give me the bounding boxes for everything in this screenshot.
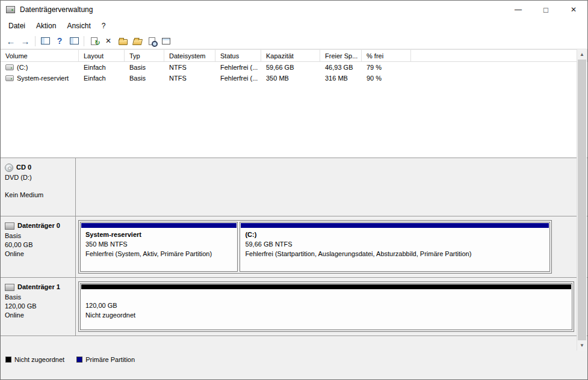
properties-icon[interactable] (116, 34, 130, 48)
disk-management-window: Datenträgerverwaltung — □ ✕ Datei Aktion… (0, 0, 588, 380)
graphical-view: CD 0 DVD (D:) Kein Medium Datenträger 0 … (1, 158, 587, 353)
window-controls: — □ ✕ (504, 1, 587, 19)
column-header-prozent-frei[interactable]: % frei (362, 50, 411, 61)
disk-1-partition-area: 120,00 GB Nicht zugeordnet (76, 278, 587, 336)
status-strip (1, 366, 587, 379)
cd-drive-row: CD 0 DVD (D:) Kein Medium (1, 158, 587, 216)
column-header-filler (411, 50, 587, 61)
disk-1-type: Basis (5, 293, 72, 302)
drive-icon (5, 75, 14, 81)
toolbar-separator (35, 36, 36, 46)
window-title: Datenträgerverwaltung (20, 5, 93, 14)
legend-primary-partition: Primäre Partition (76, 356, 135, 363)
disk-1-strip: 120,00 GB Nicht zugeordnet (78, 281, 574, 332)
partition-color-bar (241, 223, 549, 228)
partition-unallocated[interactable]: 120,00 GB Nicht zugeordnet (80, 283, 572, 330)
legend-swatch-primary (76, 357, 82, 363)
partition-label (85, 291, 567, 301)
partition-size: 59,66 GB NTFS (245, 239, 545, 249)
partition-status: Nicht zugeordnet (85, 310, 567, 320)
help-icon[interactable]: ? (52, 34, 67, 48)
partition-status: Fehlerfrei (System, Aktiv, Primäre Parti… (85, 249, 232, 259)
partition-label: System-reserviert (85, 230, 232, 239)
column-header-kapazitaet[interactable]: Kapazität (261, 50, 320, 61)
partition-c[interactable]: (C:) 59,66 GB NTFS Fehlerfrei (Startpart… (240, 222, 550, 272)
partition-size: 350 MB NTFS (85, 239, 232, 249)
graphical-view-filler (1, 336, 587, 353)
drive-icon (5, 64, 14, 70)
volume-row-system-reserviert[interactable]: System-reserviert Einfach Basis NTFS Feh… (1, 73, 587, 84)
legend-swatch-unallocated (5, 357, 11, 363)
volume-table-header: Volume Layout Typ Dateisystem Status Kap… (1, 50, 587, 62)
minimize-button[interactable]: — (504, 1, 532, 19)
cd-icon (5, 164, 13, 172)
column-header-layout[interactable]: Layout (79, 50, 125, 61)
menu-hilfe[interactable]: ? (96, 20, 111, 32)
cd-drive-type: DVD (D:) (5, 173, 72, 182)
close-button[interactable]: ✕ (560, 1, 587, 19)
disk-0-size: 60,00 GB (5, 241, 72, 250)
volume-list: Volume Layout Typ Dateisystem Status Kap… (1, 49, 587, 158)
volume-row-c[interactable]: (C:) Einfach Basis NTFS Fehlerfrei (... … (1, 62, 587, 73)
disk-0-info-panel[interactable]: Datenträger 0 Basis 60,00 GB Online (1, 216, 76, 277)
show-action-pane-icon[interactable] (67, 34, 81, 48)
disk-icon (5, 222, 14, 230)
menubar: Datei Aktion Ansicht ? (1, 19, 587, 33)
menu-aktion[interactable]: Aktion (31, 20, 61, 32)
disk-0-row: Datenträger 0 Basis 60,00 GB Online Syst… (1, 216, 587, 278)
disk-1-size: 120,00 GB (5, 302, 72, 311)
column-header-volume[interactable]: Volume (1, 50, 79, 61)
show-console-tree-icon[interactable] (38, 34, 52, 48)
disk-1-title: Datenträger 1 (5, 283, 72, 292)
rescan-disks-icon[interactable] (159, 34, 173, 48)
toolbar: ← → ? ↻ ✕ (1, 33, 587, 49)
column-header-status[interactable]: Status (215, 50, 261, 61)
toolbar-separator (84, 36, 84, 46)
vertical-scrollbar[interactable]: ▲ ▼ (577, 49, 587, 351)
cd-partition-area (76, 158, 587, 216)
column-header-freier-speicher[interactable]: Freier Sp... (320, 50, 362, 61)
disk-1-status: Online (5, 311, 72, 320)
disk-1-row: Datenträger 1 Basis 120,00 GB Online 120… (1, 278, 587, 336)
column-header-typ[interactable]: Typ (125, 50, 164, 61)
legend: Nicht zugeordnet Primäre Partition (1, 353, 587, 366)
disk-0-strip: System-reserviert 350 MB NTFS Fehlerfrei… (78, 220, 552, 274)
volume-name-cell: (C:) (1, 62, 79, 73)
titlebar: Datenträgerverwaltung — □ ✕ (1, 1, 587, 19)
open-folder-icon[interactable] (130, 34, 144, 48)
find-icon[interactable] (144, 34, 159, 48)
scrollbar-thumb[interactable] (578, 60, 586, 340)
disk-0-status: Online (5, 250, 72, 259)
back-icon[interactable]: ← (4, 34, 18, 48)
partition-size: 120,00 GB (85, 301, 567, 310)
partition-color-bar (81, 284, 571, 289)
delete-icon[interactable]: ✕ (101, 34, 116, 48)
cd-drive-info-panel[interactable]: CD 0 DVD (D:) Kein Medium (1, 158, 76, 216)
disk-0-title: Datenträger 0 (5, 221, 72, 230)
legend-unallocated: Nicht zugeordnet (5, 356, 64, 363)
refresh-icon[interactable]: ↻ (87, 34, 101, 48)
forward-icon[interactable]: → (18, 34, 32, 48)
partition-label: (C:) (245, 230, 545, 239)
cd-drive-title: CD 0 (5, 163, 72, 172)
app-icon (6, 6, 15, 13)
disk-1-info-panel[interactable]: Datenträger 1 Basis 120,00 GB Online (1, 278, 76, 336)
disk-icon (5, 284, 14, 291)
maximize-button[interactable]: □ (532, 1, 560, 19)
volume-name-cell: System-reserviert (1, 73, 79, 84)
partition-color-bar (81, 223, 237, 228)
partition-status: Fehlerfrei (Startpartition, Auslagerungs… (245, 249, 545, 259)
cd-media-status: Kein Medium (5, 191, 72, 200)
scroll-up-icon[interactable]: ▲ (577, 49, 587, 60)
disk-0-partition-area: System-reserviert 350 MB NTFS Fehlerfrei… (76, 216, 587, 277)
scroll-down-icon[interactable]: ▼ (577, 340, 587, 351)
menu-ansicht[interactable]: Ansicht (61, 20, 96, 32)
menu-datei[interactable]: Datei (3, 20, 31, 32)
disk-0-type: Basis (5, 231, 72, 241)
column-header-dateisystem[interactable]: Dateisystem (164, 50, 215, 61)
partition-system-reserviert[interactable]: System-reserviert 350 MB NTFS Fehlerfrei… (80, 222, 238, 272)
